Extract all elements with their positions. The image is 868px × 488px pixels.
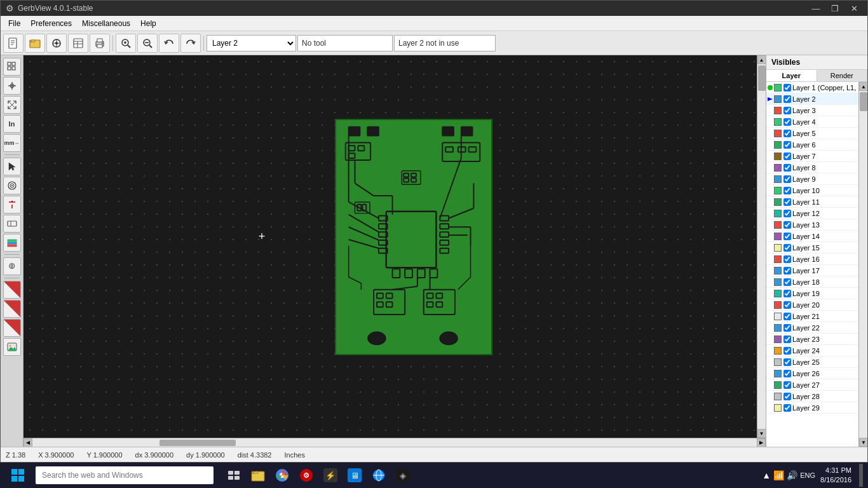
- layer-visibility-checkbox[interactable]: [783, 233, 791, 240]
- layer-visibility-checkbox[interactable]: [783, 255, 791, 263]
- layer-visibility-checkbox[interactable]: [783, 370, 791, 377]
- new-button[interactable]: [3, 34, 24, 53]
- layer-select[interactable]: Layer 2 Layer 1 (Copper, L1) Layer 3 Lay…: [207, 35, 296, 51]
- marker-button[interactable]: [3, 196, 21, 214]
- taskbar-app-7[interactable]: 🖥: [344, 464, 365, 487]
- minimize-button[interactable]: —: [808, 2, 824, 15]
- triangle-tool-2[interactable]: [3, 300, 21, 318]
- layer-visibility-checkbox[interactable]: [783, 118, 791, 126]
- hscroll-left-button[interactable]: ◀: [24, 438, 32, 447]
- layer-visibility-checkbox[interactable]: [783, 267, 791, 274]
- layer-row-24[interactable]: Layer 24: [766, 345, 858, 356]
- layers-vscroll-thumb[interactable]: [860, 92, 867, 111]
- layout-button[interactable]: [68, 34, 88, 53]
- layer-visibility-checkbox[interactable]: [783, 164, 791, 172]
- show-desktop-button[interactable]: [859, 464, 863, 487]
- redo-button[interactable]: [180, 34, 201, 53]
- center-button[interactable]: [46, 34, 67, 53]
- layer-visibility-checkbox[interactable]: [783, 130, 791, 137]
- layer-visibility-checkbox[interactable]: [783, 141, 791, 149]
- undo-button[interactable]: [159, 34, 179, 53]
- show-hidden-icons[interactable]: ▲: [762, 470, 771, 480]
- canvas-area[interactable]: +: [24, 55, 757, 438]
- units-button[interactable]: mm↔: [3, 134, 21, 152]
- triangle-tool-3[interactable]: [3, 319, 21, 337]
- layer-visibility-checkbox[interactable]: [783, 221, 791, 229]
- layer-visibility-checkbox[interactable]: [783, 347, 791, 355]
- menu-help[interactable]: Help: [135, 18, 161, 29]
- vscroll-track[interactable]: [757, 64, 766, 429]
- layer-row-28[interactable]: Layer 28: [766, 391, 858, 402]
- layer-visibility-checkbox[interactable]: [783, 244, 791, 252]
- layer-row-15[interactable]: Layer 15: [766, 242, 858, 254]
- grid-button[interactable]: [3, 58, 21, 76]
- select-tool-button[interactable]: [3, 158, 21, 175]
- vscroll-up-button[interactable]: ▲: [757, 55, 766, 64]
- layer-visibility-checkbox[interactable]: [783, 198, 791, 206]
- erase-button[interactable]: [3, 215, 21, 233]
- layer-row-6[interactable]: Layer 6: [766, 139, 858, 151]
- task-view-button[interactable]: [224, 464, 244, 487]
- layer-visibility-checkbox[interactable]: [783, 95, 791, 103]
- layer-row-11[interactable]: Layer 11: [766, 196, 858, 208]
- layer-row-22[interactable]: Layer 22: [766, 322, 858, 334]
- taskbar-ie[interactable]: [369, 464, 389, 487]
- layer-row-21[interactable]: Layer 21: [766, 311, 858, 322]
- open-button[interactable]: [25, 34, 45, 53]
- hscroll-thumb[interactable]: [159, 440, 236, 446]
- layer-visibility-checkbox[interactable]: [783, 175, 791, 183]
- layer-visibility-checkbox[interactable]: [783, 84, 791, 92]
- layer-row-8[interactable]: Layer 8: [766, 162, 858, 173]
- layer-visibility-checkbox[interactable]: [783, 404, 791, 412]
- taskbar-file-explorer[interactable]: [248, 464, 268, 487]
- layer-row-2[interactable]: Layer 2: [766, 93, 858, 105]
- close-button[interactable]: ✕: [846, 2, 862, 15]
- network-icon[interactable]: 📶: [773, 470, 784, 480]
- tab-render[interactable]: Render: [817, 70, 868, 81]
- layer-row-3[interactable]: Layer 3: [766, 105, 858, 116]
- highlight-button[interactable]: [3, 177, 21, 194]
- layer-row-26[interactable]: Layer 26: [766, 368, 858, 379]
- volume-icon[interactable]: 🔊: [787, 470, 797, 480]
- layer-row-19[interactable]: Layer 19: [766, 288, 858, 299]
- layer-view-button[interactable]: [3, 234, 21, 252]
- layer-row-23[interactable]: Layer 23: [766, 334, 858, 345]
- taskbar-app-6[interactable]: ⚡: [320, 464, 341, 487]
- layer-row-9[interactable]: Layer 9: [766, 173, 858, 185]
- hscroll-track[interactable]: [32, 438, 757, 447]
- taskbar-app-9[interactable]: ◈: [393, 464, 413, 487]
- layer-visibility-checkbox[interactable]: [783, 290, 791, 297]
- maximize-button[interactable]: ❐: [827, 2, 843, 15]
- image-tool-button[interactable]: [3, 338, 21, 356]
- eng-indicator[interactable]: ENG: [800, 471, 815, 479]
- layer-visibility-checkbox[interactable]: [783, 187, 791, 194]
- start-button[interactable]: [5, 464, 31, 487]
- layer-visibility-checkbox[interactable]: [783, 393, 791, 400]
- layer-row-13[interactable]: Layer 13: [766, 219, 858, 231]
- menu-file[interactable]: File: [3, 18, 25, 29]
- layer-visibility-checkbox[interactable]: [783, 358, 791, 366]
- layer-visibility-checkbox[interactable]: [783, 152, 791, 160]
- layer-row-10[interactable]: Layer 10: [766, 185, 858, 196]
- vscroll-thumb[interactable]: [758, 65, 766, 91]
- layer-row-5[interactable]: Layer 5: [766, 128, 858, 139]
- print-button[interactable]: [90, 34, 110, 53]
- taskbar-app-5[interactable]: ⚙: [296, 464, 316, 487]
- layer-row-1[interactable]: Layer 1 (Copper, L1,: [766, 82, 858, 93]
- layer-row-27[interactable]: Layer 27: [766, 379, 858, 391]
- layer-visibility-checkbox[interactable]: [783, 210, 791, 217]
- triangle-tool-1[interactable]: [3, 281, 21, 299]
- clock[interactable]: 4:31 PM 8/16/2016: [820, 466, 851, 485]
- zoom-out-button[interactable]: [137, 34, 158, 53]
- layers-vscroll-up[interactable]: ▲: [859, 82, 867, 91]
- layer-visibility-checkbox[interactable]: [783, 278, 791, 286]
- menu-preferences[interactable]: Preferences: [25, 18, 77, 29]
- layer-visibility-checkbox[interactable]: [783, 301, 791, 309]
- taskbar-chrome[interactable]: [272, 464, 292, 487]
- layers-vscroll[interactable]: ▲ ▼: [858, 82, 867, 447]
- taskbar-search[interactable]: [36, 466, 214, 484]
- layer-row-20[interactable]: Layer 20: [766, 299, 858, 311]
- zoom-fit-button[interactable]: [3, 96, 21, 114]
- layer-visibility-checkbox[interactable]: [783, 107, 791, 114]
- layer-visibility-checkbox[interactable]: [783, 336, 791, 343]
